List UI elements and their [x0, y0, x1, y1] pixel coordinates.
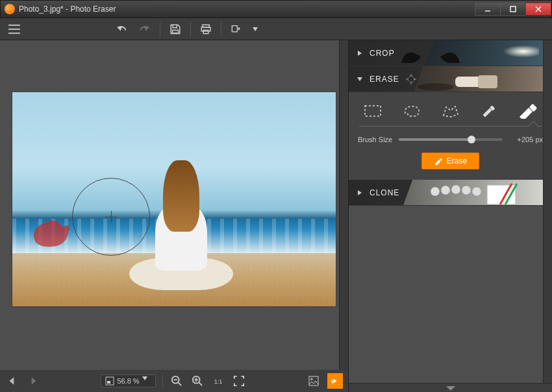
app-icon — [5, 4, 15, 14]
status-bar: 56.8 % 1:1 — [0, 370, 348, 392]
svg-rect-12 — [107, 381, 110, 384]
tool-rect-select[interactable] — [362, 103, 384, 119]
svg-rect-29 — [478, 75, 497, 88]
main-toolbar — [0, 18, 552, 40]
brush-size-value: +205 px — [509, 136, 543, 143]
svg-point-30 — [418, 83, 454, 91]
tool-brush-small[interactable] — [478, 103, 500, 119]
accordion-erase[interactable]: ERASE — [349, 66, 552, 92]
apply-button[interactable] — [327, 373, 343, 389]
tool-poly-select[interactable] — [440, 103, 462, 119]
window-close-button[interactable] — [525, 3, 551, 16]
tool-lasso-select[interactable] — [401, 103, 423, 119]
svg-point-23 — [408, 76, 414, 82]
side-scrollbar[interactable] — [543, 40, 552, 392]
svg-point-37 — [462, 186, 471, 195]
brush-size-slider[interactable] — [399, 138, 503, 141]
eraser-icon — [434, 156, 443, 165]
erase-button-label: Erase — [447, 156, 467, 165]
prev-button[interactable] — [5, 374, 19, 388]
export-button[interactable] — [229, 22, 244, 36]
maximize-button[interactable] — [500, 3, 526, 16]
zoom-in-button[interactable] — [190, 374, 205, 388]
print-button[interactable] — [199, 22, 213, 36]
svg-line-14 — [178, 383, 181, 386]
svg-point-35 — [441, 186, 450, 195]
erase-decor-icon — [416, 71, 501, 92]
clone-label: CLONE — [370, 188, 399, 197]
export-dropdown-icon[interactable] — [253, 27, 258, 31]
svg-point-36 — [451, 185, 460, 194]
redo-button[interactable] — [138, 22, 152, 36]
brush-cursor — [72, 178, 150, 256]
svg-text:1:1: 1:1 — [214, 378, 222, 385]
minimize-button[interactable] — [475, 3, 501, 16]
menu-button[interactable] — [0, 18, 29, 40]
accordion-crop[interactable]: CROP — [349, 40, 552, 66]
svg-rect-21 — [309, 376, 318, 386]
tool-indicator — [359, 126, 542, 127]
svg-line-17 — [199, 383, 202, 386]
svg-point-38 — [472, 187, 481, 196]
target-icon — [406, 74, 416, 84]
svg-point-22 — [311, 378, 313, 380]
panel-resize-handle[interactable] — [349, 383, 552, 392]
crop-decor-icon — [392, 47, 470, 66]
fit-screen-button[interactable] — [232, 374, 246, 388]
save-button[interactable] — [168, 22, 182, 36]
undo-button[interactable] — [114, 22, 129, 36]
svg-point-34 — [431, 187, 440, 196]
zoom-value: 56.8 % — [117, 377, 139, 385]
canvas-scrollbar-vertical[interactable] — [339, 40, 348, 370]
side-panel: CROP ERASE — [349, 40, 552, 392]
svg-rect-10 — [232, 25, 237, 31]
chevron-right-icon — [357, 190, 363, 196]
chevron-down-icon — [357, 76, 363, 82]
chevron-right-icon — [357, 50, 363, 56]
window-title: Photo_3.jpg* - Photo Eraser — [19, 5, 475, 14]
accordion-clone[interactable]: CLONE — [349, 180, 552, 206]
zoom-display[interactable]: 56.8 % — [101, 374, 155, 387]
erase-panel: Brush Size +205 px Erase — [349, 92, 552, 180]
svg-rect-31 — [365, 106, 381, 116]
canvas-area: 56.8 % 1:1 — [0, 40, 349, 392]
next-button[interactable] — [26, 374, 40, 388]
compare-button[interactable] — [307, 374, 321, 388]
tool-brush-large[interactable] — [517, 103, 539, 119]
clone-decor-icon — [403, 182, 520, 206]
erase-button[interactable]: Erase — [421, 153, 479, 169]
window-titlebar: Photo_3.jpg* - Photo Eraser — [0, 0, 552, 18]
brush-size-label: Brush Size — [358, 136, 392, 143]
svg-rect-1 — [510, 6, 516, 12]
zoom-out-button[interactable] — [169, 374, 184, 388]
erase-label: ERASE — [370, 75, 399, 84]
photo-canvas[interactable] — [12, 92, 336, 306]
fit-width-button[interactable]: 1:1 — [211, 374, 225, 388]
